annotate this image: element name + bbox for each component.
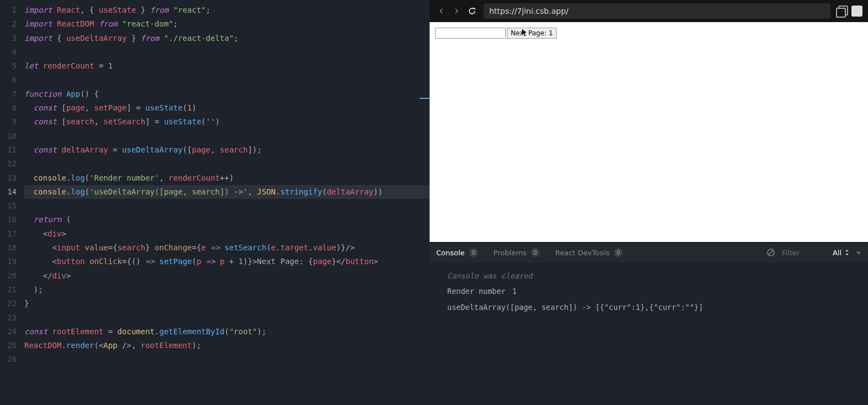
code-line[interactable]: <button onClick={() => setPage(p => p + …	[24, 255, 430, 269]
tab-badge: 0	[469, 248, 478, 257]
code-line[interactable]: <div>	[24, 227, 430, 241]
code-line[interactable]: import { useDeltaArray } from "./react-d…	[24, 31, 430, 45]
tab-badge: 0	[531, 248, 540, 257]
tab-label: Problems	[494, 249, 527, 257]
code-editor[interactable]: 1234567891011121314151617181920212223242…	[0, 0, 430, 405]
code-line[interactable]	[24, 311, 430, 325]
code-line[interactable]: ReactDOM.render(<App />, rootElement);	[24, 339, 430, 353]
open-window-icon[interactable]	[836, 6, 847, 17]
reload-button[interactable]	[466, 5, 478, 17]
code-line[interactable]	[24, 199, 430, 213]
console-output[interactable]: Console was cleared Render number1useDel…	[430, 262, 868, 405]
devtools-tab-problems[interactable]: Problems0	[494, 248, 540, 257]
code-line[interactable]	[24, 353, 430, 366]
code-line[interactable]: function App() {	[24, 87, 430, 101]
svg-line-1	[769, 250, 773, 255]
console-cleared-message: Console was cleared	[430, 268, 868, 283]
reload-icon	[468, 7, 477, 15]
code-line[interactable]: import React, { useState } from "react";	[24, 3, 430, 17]
url-bar[interactable]: https://7jini.csb.app/	[484, 3, 830, 19]
search-input[interactable]	[435, 28, 506, 39]
chevron-left-icon	[438, 8, 444, 14]
console-message: Render number1	[430, 283, 868, 299]
log-level-value: All	[833, 249, 841, 257]
select-arrows-icon	[845, 249, 849, 256]
devtools-panel: Console0Problems0React DevTools0 All Con…	[430, 242, 868, 405]
chevron-down-icon[interactable]	[856, 250, 861, 255]
forward-button[interactable]	[451, 5, 463, 17]
log-level-select[interactable]: All	[833, 249, 849, 257]
code-line[interactable]	[24, 73, 430, 87]
tab-label: React DevTools	[555, 249, 610, 257]
code-line[interactable]: }	[24, 297, 430, 311]
preview-pane: https://7jini.csb.app/ Next Page: 1 Cons…	[430, 0, 868, 405]
devtools-tab-console[interactable]: Console0	[436, 248, 478, 257]
code-line[interactable]: let renderCount = 1	[24, 59, 430, 73]
tab-label: Console	[436, 249, 465, 257]
line-number-gutter: 1234567891011121314151617181920212223242…	[0, 0, 24, 405]
devtools-tabs: Console0Problems0React DevTools0 All	[430, 243, 868, 262]
app-preview[interactable]: Next Page: 1	[430, 22, 868, 242]
code-line[interactable]: const deltaArray = useDeltaArray([page, …	[24, 143, 430, 157]
devtools-tab-react-devtools[interactable]: React DevTools0	[555, 248, 623, 257]
code-line[interactable]	[24, 45, 430, 59]
clear-console-icon[interactable]	[766, 248, 775, 257]
console-message: useDeltaArray([page, search]) -> [{"curr…	[430, 299, 868, 315]
code-line[interactable]: const [page, setPage] = useState(1)	[24, 101, 430, 115]
code-line[interactable]: console.log('useDeltaArray([page, search…	[24, 185, 430, 199]
code-line[interactable]: <input value={search} onChange={e => set…	[24, 241, 430, 255]
code-line[interactable]: const rootElement = document.getElementB…	[24, 325, 430, 339]
expand-icon[interactable]	[851, 6, 862, 17]
browser-toolbar: https://7jini.csb.app/	[430, 0, 868, 22]
chevron-right-icon	[454, 8, 459, 14]
code-line[interactable]: );	[24, 283, 430, 297]
next-page-button[interactable]: Next Page: 1	[507, 28, 557, 39]
code-line[interactable]: return (	[24, 213, 430, 227]
editor-decoration	[420, 98, 430, 99]
code-line[interactable]: import ReactDOM from "react-dom";	[24, 17, 430, 31]
code-content[interactable]: import React, { useState } from "react";…	[24, 0, 430, 405]
back-button[interactable]	[435, 5, 447, 17]
tab-badge: 0	[614, 248, 623, 257]
code-line[interactable]	[24, 129, 430, 143]
code-line[interactable]: const [search, setSearch] = useState('')	[24, 115, 430, 129]
code-line[interactable]	[24, 157, 430, 171]
url-text: https://7jini.csb.app/	[489, 7, 568, 15]
console-filter-input[interactable]	[782, 249, 826, 257]
code-line[interactable]: console.log('Render number', renderCount…	[24, 171, 430, 185]
code-line[interactable]: </div>	[24, 269, 430, 283]
